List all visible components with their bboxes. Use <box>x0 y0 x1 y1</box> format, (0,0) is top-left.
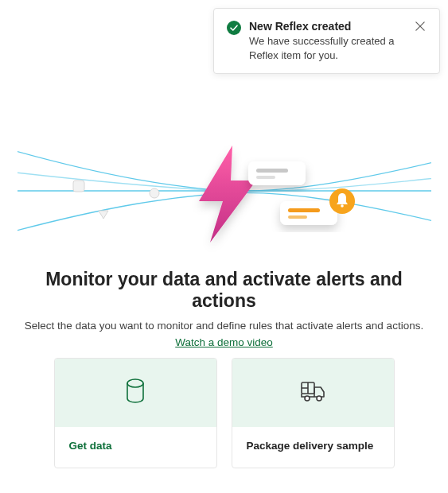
svg-rect-1 <box>73 181 84 192</box>
get-data-card[interactable]: Get data <box>54 358 217 468</box>
watch-demo-link[interactable]: Watch a demo video <box>175 336 273 348</box>
svg-rect-5 <box>256 176 275 179</box>
headline-block: Monitor your data and activate alerts an… <box>0 269 448 349</box>
toast-notification: New Reflex created We have successfully … <box>213 8 440 74</box>
svg-point-13 <box>305 396 310 401</box>
card-icon-area <box>55 359 216 427</box>
toast-message: We have successfully created a Reflex it… <box>249 34 406 62</box>
svg-point-0 <box>227 21 241 35</box>
svg-rect-6 <box>280 201 337 225</box>
database-icon <box>124 378 146 407</box>
card-icon-area <box>232 359 394 427</box>
card-label: Get data <box>55 427 216 468</box>
svg-rect-3 <box>248 161 306 185</box>
card-label: Package delivery sample <box>232 427 394 468</box>
package-delivery-sample-card[interactable]: Package delivery sample <box>232 358 395 468</box>
svg-point-10 <box>341 204 344 208</box>
hero-illustration <box>0 131 448 258</box>
svg-rect-4 <box>256 169 288 173</box>
svg-point-2 <box>150 188 159 198</box>
svg-point-14 <box>317 396 321 401</box>
toast-body: New Reflex created We have successfully … <box>249 20 406 62</box>
svg-rect-8 <box>288 215 307 219</box>
svg-point-11 <box>127 379 143 387</box>
page-subhead: Select the data you want to monitor and … <box>11 320 437 332</box>
svg-rect-7 <box>288 208 320 212</box>
page-title: Monitor your data and activate alerts an… <box>11 269 437 312</box>
toast-title: New Reflex created <box>249 20 406 33</box>
success-check-icon <box>227 21 241 35</box>
option-cards: Get data Package delivery sample <box>0 358 448 468</box>
package-truck-icon <box>299 379 326 406</box>
close-icon[interactable] <box>414 20 427 33</box>
